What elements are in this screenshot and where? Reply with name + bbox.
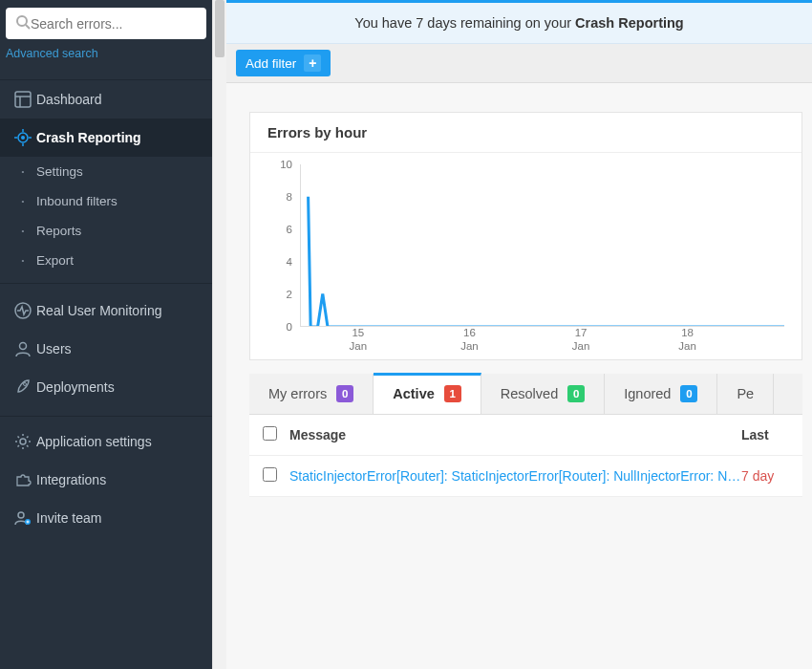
sidebar-item-rum[interactable]: Real User Monitoring bbox=[0, 291, 212, 330]
tab-label: My errors bbox=[268, 386, 327, 401]
add-filter-label: Add filter bbox=[246, 56, 296, 71]
row-checkbox[interactable] bbox=[263, 467, 277, 482]
main-content: You have 7 days remaining on your Crash … bbox=[226, 0, 812, 669]
tab-my-errors[interactable]: My errors0 bbox=[249, 374, 374, 414]
svg-point-0 bbox=[17, 16, 27, 26]
y-tick: 8 bbox=[287, 191, 292, 203]
tab-label: Pe bbox=[737, 386, 754, 401]
plus-icon: + bbox=[304, 54, 321, 72]
sidebar-item-invite-team[interactable]: Invite team bbox=[0, 499, 212, 537]
tab-active[interactable]: Active1 bbox=[374, 373, 481, 414]
dashboard-icon bbox=[10, 91, 36, 108]
col-header-last[interactable]: Last bbox=[741, 427, 789, 442]
sidebar-item-crash-reporting[interactable]: Crash Reporting bbox=[0, 119, 212, 157]
sidebar-sub-inbound-filters[interactable]: Inbound filters bbox=[0, 186, 212, 216]
sidebar-item-label: Application settings bbox=[36, 434, 152, 449]
sidebar-sub-settings[interactable]: Settings bbox=[0, 157, 212, 186]
svg-point-12 bbox=[20, 343, 27, 350]
sidebar-item-app-settings[interactable]: Application settings bbox=[0, 422, 212, 461]
puzzle-icon bbox=[10, 471, 36, 488]
svg-rect-2 bbox=[15, 92, 31, 107]
tab-badge: 0 bbox=[336, 385, 353, 402]
banner-prefix: You have 7 days remaining on your bbox=[354, 15, 575, 31]
sidebar-item-label: Integrations bbox=[36, 472, 106, 487]
search-icon bbox=[15, 14, 31, 32]
sidebar-item-label: Invite team bbox=[36, 510, 101, 526]
error-message-link[interactable]: StaticInjectorError[Router]: StaticInjec… bbox=[289, 468, 740, 484]
sidebar-item-label: Deployments bbox=[36, 379, 115, 395]
y-tick: 0 bbox=[287, 321, 292, 333]
advanced-search-link[interactable]: Advanced search bbox=[0, 43, 212, 70]
sidebar-item-users[interactable]: Users bbox=[0, 330, 212, 368]
y-tick: 2 bbox=[287, 289, 292, 300]
sidebar-sub-label: Settings bbox=[36, 164, 83, 179]
errors-table: Message Last StaticInjectorError[Router]… bbox=[249, 415, 802, 497]
y-tick: 10 bbox=[280, 159, 292, 170]
sidebar-item-deployments[interactable]: Deployments bbox=[0, 368, 212, 406]
errors-chart: 0246810 15Jan16Jan17Jan18Jan bbox=[267, 164, 784, 356]
sidebar-item-label: Real User Monitoring bbox=[36, 303, 162, 318]
sidebar-item-label: Dashboard bbox=[36, 92, 102, 107]
error-last: 7 day bbox=[741, 468, 789, 484]
search-input-wrap[interactable] bbox=[6, 8, 206, 39]
col-header-message[interactable]: Message bbox=[289, 427, 741, 442]
x-tick: 15Jan bbox=[350, 327, 368, 354]
bug-icon bbox=[10, 129, 36, 146]
x-tick: 16Jan bbox=[460, 327, 479, 354]
table-header: Message Last bbox=[249, 415, 802, 456]
svg-point-6 bbox=[21, 136, 25, 140]
sidebar-scrollbar[interactable] bbox=[212, 0, 226, 669]
chart-title: Errors by hour bbox=[250, 113, 801, 153]
user-icon bbox=[10, 340, 36, 357]
tab-label: Resolved bbox=[501, 386, 558, 401]
sidebar-sub-label: Inbound filters bbox=[36, 194, 118, 208]
banner-bold: Crash Reporting bbox=[575, 15, 684, 31]
svg-line-1 bbox=[26, 25, 30, 29]
sidebar-item-label: Users bbox=[36, 341, 72, 356]
filter-bar: Add filter + bbox=[226, 44, 812, 83]
tab-badge: 0 bbox=[680, 385, 697, 402]
tab-pe[interactable]: Pe bbox=[717, 374, 774, 414]
tab-badge: 1 bbox=[444, 385, 461, 402]
sidebar-sub-label: Export bbox=[36, 253, 74, 268]
tab-label: Ignored bbox=[624, 386, 671, 401]
x-tick: 17Jan bbox=[572, 327, 590, 354]
sidebar-item-integrations[interactable]: Integrations bbox=[0, 461, 212, 499]
gear-icon bbox=[10, 433, 36, 450]
y-tick: 4 bbox=[287, 256, 292, 268]
sidebar-sub-export[interactable]: Export bbox=[0, 246, 212, 275]
svg-point-15 bbox=[18, 512, 24, 518]
svg-point-14 bbox=[20, 439, 26, 444]
sidebar-item-dashboard[interactable]: Dashboard bbox=[0, 80, 212, 119]
table-row: StaticInjectorError[Router]: StaticInjec… bbox=[249, 456, 802, 497]
error-tabs: My errors0Active1Resolved0Ignored0Pe bbox=[249, 374, 802, 415]
svg-point-13 bbox=[24, 383, 27, 386]
trial-banner: You have 7 days remaining on your Crash … bbox=[226, 3, 812, 44]
tab-label: Active bbox=[393, 386, 435, 401]
rocket-icon bbox=[10, 378, 36, 396]
sidebar-sub-reports[interactable]: Reports bbox=[0, 216, 212, 246]
add-filter-button[interactable]: Add filter + bbox=[236, 50, 331, 76]
sidebar-sub-label: Reports bbox=[36, 224, 81, 238]
select-all-checkbox[interactable] bbox=[263, 426, 277, 441]
chart-panel: Errors by hour 0246810 15Jan16Jan17Jan18… bbox=[249, 112, 802, 360]
search-input[interactable] bbox=[31, 16, 198, 32]
tab-ignored[interactable]: Ignored0 bbox=[605, 374, 717, 414]
sidebar-item-label: Crash Reporting bbox=[36, 130, 141, 145]
x-tick: 18Jan bbox=[678, 327, 696, 354]
pulse-icon bbox=[10, 302, 36, 319]
sidebar: Advanced search Dashboard Crash Reportin… bbox=[0, 0, 212, 669]
y-tick: 6 bbox=[287, 224, 292, 235]
tab-resolved[interactable]: Resolved0 bbox=[481, 374, 605, 414]
user-plus-icon bbox=[10, 509, 36, 527]
tab-badge: 0 bbox=[567, 385, 585, 402]
